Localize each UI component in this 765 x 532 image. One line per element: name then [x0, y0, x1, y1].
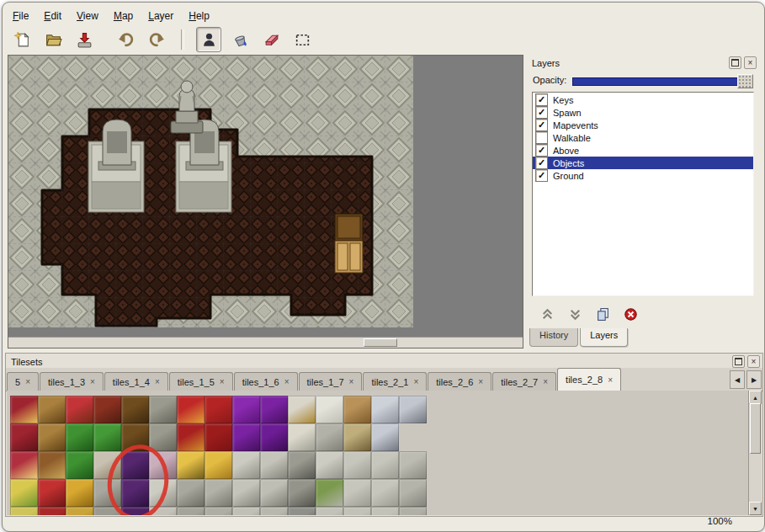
tileset-tile[interactable]	[316, 451, 343, 479]
tileset-tile[interactable]	[149, 507, 177, 515]
menu-map[interactable]: Map	[107, 8, 140, 24]
tileset-tile[interactable]	[316, 396, 343, 423]
menu-view[interactable]: View	[70, 8, 105, 24]
tileset-tile[interactable]	[149, 451, 177, 479]
panel-tab-history[interactable]: History	[529, 328, 578, 347]
tileset-tile[interactable]	[316, 423, 343, 451]
layer-row-above[interactable]: ✓Above	[533, 144, 753, 157]
tileset-tile[interactable]	[10, 396, 38, 423]
lower-layer-button[interactable]	[565, 305, 585, 323]
open-button[interactable]	[40, 27, 66, 52]
tileset-tile[interactable]	[316, 507, 343, 515]
tileset-vertical-scrollbar[interactable]: ▲ ▼	[748, 391, 762, 515]
tileset-tile[interactable]	[149, 396, 177, 423]
tileset-tile[interactable]	[38, 479, 66, 507]
layer-visibility-checkbox[interactable]: ✓	[535, 169, 548, 182]
tab-close-icon[interactable]: ×	[478, 377, 483, 386]
map-horizontal-scrollbar[interactable]	[8, 337, 523, 348]
tileset-tab-tiles_2_7[interactable]: tiles_2_7×	[492, 372, 556, 391]
tileset-tile[interactable]	[177, 423, 205, 451]
layer-row-spawn[interactable]: ✓Spawn	[533, 106, 753, 119]
tileset-tile[interactable]	[371, 507, 399, 515]
tileset-tile[interactable]	[121, 479, 149, 507]
tileset-tile[interactable]	[260, 423, 288, 451]
tileset-tab-tiles_1_5[interactable]: tiles_1_5×	[169, 372, 233, 391]
tileset-tile[interactable]	[232, 396, 260, 423]
tileset-tile[interactable]	[343, 451, 371, 479]
tileset-tab-tiles_2_1[interactable]: tiles_2_1×	[363, 372, 427, 391]
layer-row-keys[interactable]: ✓Keys	[533, 93, 753, 106]
tileset-tile[interactable]	[288, 396, 316, 423]
tileset-tile[interactable]	[232, 479, 260, 507]
undo-button[interactable]	[113, 27, 138, 52]
tileset-tile[interactable]	[399, 479, 427, 507]
tileset-tile[interactable]	[232, 507, 260, 515]
opacity-slider-handle[interactable]	[737, 74, 753, 88]
tab-close-icon[interactable]: ×	[90, 377, 95, 386]
tab-close-icon[interactable]: ×	[284, 377, 290, 386]
scrollbar-thumb[interactable]	[364, 338, 397, 347]
tileset-tile[interactable]	[205, 423, 232, 451]
tileset-tab-tiles_1_4[interactable]: tiles_1_4×	[104, 372, 168, 391]
duplicate-layer-button[interactable]	[592, 305, 613, 323]
tileset-tile[interactable]	[371, 396, 399, 423]
tileset-tile[interactable]	[288, 423, 316, 451]
tileset-tile[interactable]	[205, 479, 232, 507]
tab-scroll-left-button[interactable]: ◀	[730, 370, 745, 389]
tileset-tile[interactable]	[10, 507, 38, 515]
panel-tab-layers[interactable]: Layers	[580, 328, 628, 347]
scroll-down-button[interactable]: ▼	[749, 502, 762, 515]
tileset-tile[interactable]	[260, 396, 288, 423]
tileset-tile[interactable]	[121, 396, 149, 423]
tileset-tab-tiles_1_6[interactable]: tiles_1_6×	[234, 372, 298, 391]
tileset-tile[interactable]	[232, 423, 260, 451]
tileset-tile[interactable]	[93, 423, 121, 451]
tileset-tile[interactable]	[371, 479, 399, 507]
tileset-tile[interactable]	[149, 423, 177, 451]
tileset-tile[interactable]	[93, 479, 121, 507]
tab-close-icon[interactable]: ×	[543, 377, 548, 386]
tileset-tab-5[interactable]: 5×	[7, 372, 39, 391]
tab-close-icon[interactable]: ×	[413, 377, 418, 386]
layer-row-ground[interactable]: ✓Ground	[533, 169, 753, 182]
save-button[interactable]	[72, 27, 97, 52]
tileset-tile[interactable]	[93, 507, 121, 515]
tileset-tile[interactable]	[177, 451, 205, 479]
tileset-tile[interactable]	[177, 396, 205, 423]
tileset-tile[interactable]	[121, 507, 149, 515]
fill-tool-button[interactable]	[227, 27, 252, 52]
tileset-tab-tiles_1_7[interactable]: tiles_1_7×	[299, 372, 363, 391]
tileset-tile[interactable]	[66, 507, 93, 515]
tileset-tile[interactable]	[93, 451, 121, 479]
select-tool-button[interactable]	[290, 27, 315, 52]
tileset-tile[interactable]	[343, 396, 371, 423]
tab-close-icon[interactable]: ×	[220, 377, 225, 386]
layer-visibility-checkbox[interactable]	[535, 131, 548, 144]
tileset-tile[interactable]	[205, 451, 232, 479]
menu-edit[interactable]: Edit	[37, 8, 68, 24]
eraser-tool-button[interactable]	[258, 27, 284, 52]
tileset-tab-tiles_1_3[interactable]: tiles_1_3×	[40, 372, 104, 391]
layer-row-mapevents[interactable]: ✓Mapevents	[533, 119, 753, 131]
layer-visibility-checkbox[interactable]: ✓	[535, 119, 548, 131]
tileset-tile[interactable]	[66, 451, 93, 479]
tileset-tile[interactable]	[260, 507, 288, 515]
tileset-tile[interactable]	[10, 479, 38, 507]
tileset-tile[interactable]	[399, 396, 427, 423]
tileset-tile[interactable]	[93, 396, 121, 423]
scroll-up-button[interactable]: ▲	[749, 391, 762, 404]
tileset-tile[interactable]	[38, 451, 66, 479]
raise-layer-button[interactable]	[537, 305, 557, 323]
person-tool-button[interactable]	[196, 27, 221, 52]
scrollbar-thumb[interactable]	[750, 403, 761, 454]
tileset-tile[interactable]	[38, 396, 66, 423]
close-panel-button[interactable]: ×	[744, 56, 757, 69]
layer-visibility-checkbox[interactable]: ✓	[535, 144, 548, 157]
tab-close-icon[interactable]: ×	[349, 377, 354, 386]
opacity-slider[interactable]	[572, 73, 753, 88]
layer-visibility-checkbox[interactable]: ✓	[535, 106, 548, 119]
tileset-tile[interactable]	[371, 451, 399, 479]
float-panel-button[interactable]	[729, 56, 741, 69]
tab-close-icon[interactable]: ×	[25, 377, 30, 386]
delete-layer-button[interactable]	[620, 305, 640, 323]
